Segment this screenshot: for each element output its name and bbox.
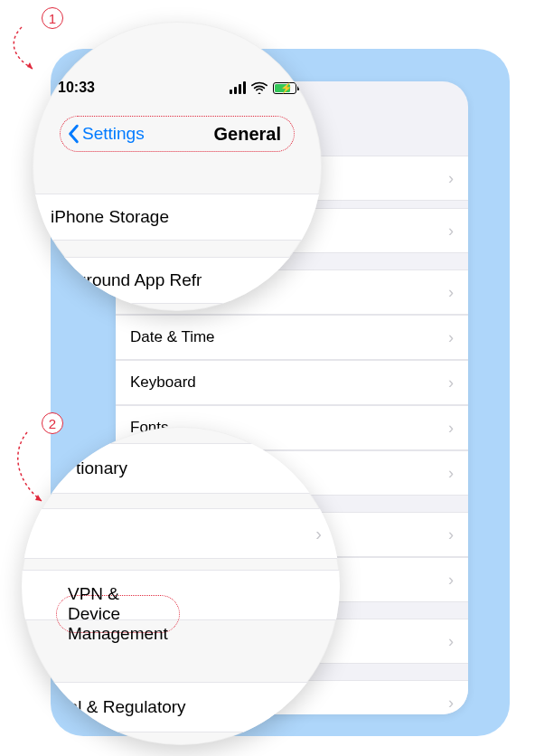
- chevron-right-icon: ›: [448, 525, 454, 544]
- row-vpn-device-management[interactable]: VPN & Device Management: [22, 570, 340, 620]
- chevron-right-icon: ›: [448, 373, 454, 392]
- row-label: Date & Time: [130, 328, 215, 346]
- chevron-right-icon: ›: [448, 632, 454, 651]
- magnifier-step-1: 10:33 ⚡ Settings: [33, 22, 322, 311]
- chevron-right-icon: ›: [448, 464, 454, 483]
- row-label: VPN & Device Management: [68, 584, 168, 644]
- cellular-icon: [230, 81, 246, 94]
- callout-2: 2: [5, 411, 52, 510]
- vpn-row-highlight: VPN & Device Management: [56, 595, 180, 633]
- chevron-right-icon: ›: [448, 222, 454, 241]
- chevron-right-icon: ›: [448, 169, 454, 188]
- nav-bar-highlight: Settings General: [60, 116, 295, 152]
- wifi-icon: [251, 81, 268, 94]
- chevron-right-icon: ›: [448, 328, 454, 347]
- callout-1: 1: [2, 5, 45, 78]
- status-time: 10:33: [58, 80, 95, 96]
- callout-number-1: 1: [42, 7, 63, 29]
- row-label: iPhone Storage: [51, 207, 169, 227]
- blank-row[interactable]: ›: [22, 508, 340, 559]
- back-label: Settings: [82, 124, 145, 144]
- magnifier-step-2: tionary › › VPN & Device Management Lega…: [22, 427, 340, 745]
- callout-number-2: 2: [42, 412, 63, 434]
- row-keyboard[interactable]: Keyboard ›: [116, 360, 468, 405]
- row-label: Keyboard: [130, 373, 196, 392]
- chevron-right-icon: ›: [315, 524, 322, 544]
- chevron-left-icon: [68, 124, 80, 144]
- back-button[interactable]: Settings: [61, 124, 145, 144]
- row-date-time[interactable]: Date & Time ›: [116, 315, 468, 360]
- nav-title: General: [214, 124, 294, 145]
- row-iphone-storage[interactable]: iPhone Storage: [33, 194, 322, 241]
- chevron-right-icon: ›: [448, 694, 454, 713]
- chevron-right-icon: ›: [448, 419, 454, 438]
- status-bar: 10:33 ⚡: [33, 80, 322, 96]
- battery-charging-icon: ⚡: [273, 82, 296, 94]
- chevron-right-icon: ›: [448, 283, 454, 302]
- chevron-right-icon: ›: [448, 571, 454, 590]
